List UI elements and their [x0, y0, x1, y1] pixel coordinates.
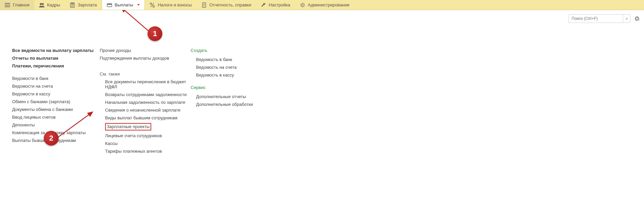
link-employee-personal-accounts[interactable]: Лицевые счета сотрудников [105, 133, 191, 138]
nav-label: Отчетность, справки [210, 2, 251, 7]
nav-payments[interactable]: Выплаты [102, 0, 145, 10]
link-uncredited-salary-info[interactable]: Сведения о незачисленной зарплате [105, 108, 191, 113]
subhead-see-also: См. также [100, 71, 191, 77]
top-nav: Главное Кадры Зарплата Выплаты Налоги и … [0, 0, 644, 10]
document-icon [201, 2, 207, 8]
link-salary-projects[interactable]: Зарплатные проекты [105, 123, 191, 130]
svg-point-12 [73, 6, 74, 7]
svg-point-7 [71, 5, 72, 6]
nav-admin[interactable]: Администрирование [295, 0, 354, 10]
link-former-payout-types[interactable]: Виды выплат бывшим сотрудникам [105, 115, 191, 120]
column-payments: Все ведомости на выплату зарплаты Отчеты… [12, 48, 100, 156]
link-cash-sheets[interactable]: Ведомости в кассу [12, 91, 100, 96]
link-delay-compensation[interactable]: Компенсация за задержку зарплаты [12, 130, 100, 135]
calculator-icon [70, 2, 75, 8]
nav-label: Налоги и взносы [158, 2, 192, 7]
link-additional-processings[interactable]: Дополнительные обработки [196, 102, 285, 107]
nav-taxes[interactable]: Налоги и взносы [145, 0, 196, 10]
svg-point-15 [150, 3, 152, 4]
link-deponents[interactable]: Депоненты [12, 122, 100, 127]
create-account-sheet[interactable]: Ведомость на счета [196, 65, 285, 70]
link-bank-sheets[interactable]: Ведомости в банк [12, 76, 100, 81]
wallet-icon [107, 2, 112, 8]
nav-personnel[interactable]: Кадры [34, 0, 65, 10]
nav-reports[interactable]: Отчетность, справки [197, 0, 256, 10]
menu-icon [5, 2, 10, 8]
svg-line-17 [151, 3, 154, 7]
svg-line-23 [121, 10, 151, 33]
create-bank-sheet[interactable]: Ведомость в банк [196, 57, 285, 62]
svg-rect-6 [71, 3, 74, 4]
svg-point-11 [72, 6, 73, 7]
percent-icon [150, 2, 155, 8]
people-icon [39, 2, 44, 8]
link-bank-exchange-docs[interactable]: Документы обмена с банками [12, 107, 100, 112]
link-former-employee-payments[interactable]: Выплаты бывшим сотрудникам [12, 138, 100, 143]
svg-point-9 [73, 5, 74, 6]
link-all-paysheets[interactable]: Все ведомости на выплату зарплаты [12, 48, 100, 53]
gear-icon [300, 2, 305, 8]
svg-point-8 [72, 5, 73, 6]
annotation-badge-1: 1 [148, 26, 162, 41]
section-panel: Все ведомости на выплату зарплаты Отчеты… [0, 10, 644, 156]
link-income-confirmations[interactable]: Подтверждения выплаты доходов [100, 56, 191, 61]
nav-label: Кадры [47, 2, 60, 7]
link-additional-reports[interactable]: Дополнительные отчеты [196, 94, 285, 99]
svg-point-10 [71, 6, 72, 7]
svg-point-3 [40, 3, 42, 5]
svg-rect-0 [5, 3, 10, 4]
link-bank-exchange[interactable]: Обмен с банками (зарплата) [12, 99, 100, 104]
nav-settings[interactable]: Настройка [256, 0, 295, 10]
link-cash-registers[interactable]: Кассы [105, 141, 191, 146]
link-account-sheets[interactable]: Ведомости на счета [12, 84, 100, 89]
subhead-create: Создать [191, 48, 285, 53]
link-initial-salary-debt[interactable]: Начальная задолженность по зарплате [105, 100, 191, 105]
svg-rect-2 [5, 6, 10, 7]
column-see-also: Прочие доходы Подтверждения выплаты дохо… [100, 48, 191, 156]
nav-salary[interactable]: Зарплата [65, 0, 102, 10]
nav-label: Администрирование [308, 2, 350, 7]
link-payment-reports[interactable]: Отчеты по выплатам [12, 56, 100, 61]
svg-rect-14 [107, 4, 112, 5]
link-payment-agent-tariffs[interactable]: Тарифы платежных агентов [105, 149, 191, 154]
wrench-icon [261, 2, 266, 8]
nav-label: Зарплата [78, 2, 97, 7]
nav-label: Выплаты [115, 2, 133, 7]
svg-point-4 [42, 3, 44, 5]
link-personal-accounts-input[interactable]: Ввод лицевых счетов [12, 115, 100, 120]
link-employee-debt-returns[interactable]: Возвраты сотрудниками задолженности [105, 92, 191, 97]
subhead-service: Сервис [191, 85, 285, 90]
create-cash-sheet[interactable]: Ведомость в кассу [196, 72, 285, 78]
link-other-income[interactable]: Прочие доходы [100, 48, 191, 53]
svg-point-16 [153, 5, 155, 7]
nav-label: Главное [13, 2, 30, 7]
link-ndfl-transfers[interactable]: Все документы перечисления в бюджет НДФЛ [105, 79, 191, 89]
svg-rect-1 [5, 5, 10, 5]
link-transfers[interactable]: Платежи, перечисления [12, 63, 100, 68]
nav-main[interactable]: Главное [0, 0, 34, 10]
chevron-down-icon [137, 4, 140, 6]
column-create-service: Создать Ведомость в банк Ведомость на сч… [191, 48, 285, 156]
nav-label: Настройка [269, 2, 290, 7]
